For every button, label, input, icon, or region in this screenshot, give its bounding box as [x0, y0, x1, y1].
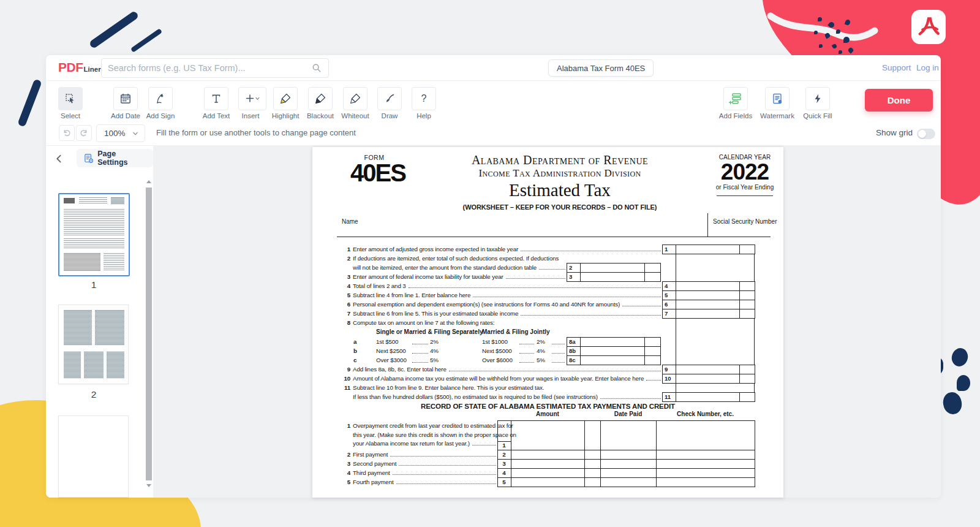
calendar-year-block: CALENDAR YEAR 2022 or Fiscal Year Ending [708, 154, 782, 196]
cents-field [739, 392, 755, 402]
draw-button[interactable] [377, 87, 402, 110]
table-line [755, 420, 755, 487]
show-grid-label: Show grid [876, 128, 913, 137]
insert-button[interactable] [238, 87, 266, 110]
page-2-thumbnail[interactable] [58, 305, 129, 384]
thumb-table-lines [64, 238, 124, 249]
quick-fill-button[interactable] [805, 87, 830, 110]
pdfliner-logo[interactable]: PDFLiner [58, 60, 101, 75]
select-icon [64, 93, 77, 105]
fiscal-year-label: or Fiscal Year Ending [708, 184, 782, 191]
dept-line-2: Income Tax Administration Division [394, 167, 725, 180]
dept-line-1: Alabama Department of Revenue [394, 153, 725, 167]
pdfliner-app-window: PDFLiner Alabama Tax Form 40ES Support L… [46, 55, 941, 498]
undo-button[interactable] [59, 125, 75, 141]
logo-liner-text: Liner [84, 66, 101, 73]
amount-field [580, 337, 645, 347]
whiteout-button[interactable] [343, 87, 368, 110]
record-box-number: 4 [497, 469, 511, 476]
search-form-container [101, 58, 329, 78]
page-2-label[interactable]: 2 [58, 389, 129, 400]
scroll-down-icon[interactable] [146, 484, 151, 487]
current-form-chip: Alabama Tax Form 40ES [548, 59, 654, 77]
amount-field [676, 300, 740, 309]
blackout-button[interactable] [308, 87, 333, 110]
search-icon[interactable] [311, 63, 322, 74]
calendar-year-value: 2022 [708, 161, 782, 184]
highlight-button[interactable] [273, 87, 298, 110]
line-number: 7 [341, 310, 350, 317]
cents-field [739, 281, 755, 291]
thumb-dense-column [107, 352, 124, 379]
page-settings-button[interactable]: Page Settings [77, 149, 153, 167]
whiteout-brush-icon [349, 93, 361, 105]
page-1-label[interactable]: 1 [58, 279, 129, 290]
acrobat-logo-tile [911, 10, 946, 44]
empty-span-box [676, 384, 755, 392]
draw-label: Draw [382, 112, 398, 119]
record-row-text: First payment [353, 451, 497, 458]
rate-amount: 1st $1000 [482, 338, 508, 345]
form-title: Estimated Tax [394, 180, 725, 200]
add-sign-label: Add Sign [146, 112, 175, 119]
scroll-up-icon[interactable] [146, 180, 151, 183]
scrollbar-thumb[interactable] [146, 188, 152, 480]
cents-field [739, 300, 755, 309]
rate-amount: Next $2500 [376, 347, 406, 354]
table-line [584, 420, 585, 487]
line-number: 8 [341, 319, 350, 326]
sidebar-scrollbar[interactable] [145, 178, 153, 490]
add-sign-button[interactable] [148, 87, 173, 110]
record-row-text: Second payment [353, 460, 497, 468]
rate-amount: Over $6000 [482, 357, 513, 363]
form-field-box: 7 [662, 309, 676, 319]
rate-percent: 5% [430, 357, 439, 363]
empty-span-box [676, 319, 755, 365]
done-button[interactable]: Done [865, 89, 933, 112]
show-grid-toggle[interactable] [917, 129, 935, 139]
insert-plus-icon [244, 93, 260, 105]
select-tool-label: Select [61, 112, 80, 119]
record-box-number: 3 [497, 460, 511, 467]
watermark-icon [771, 93, 783, 105]
redo-button[interactable] [76, 125, 92, 141]
collapse-sidebar-button[interactable] [51, 151, 67, 167]
form-field-box: 9 [662, 365, 676, 374]
help-button[interactable]: ? [412, 87, 436, 110]
record-row-number: 1 [341, 422, 350, 429]
add-date-label: Add Date [111, 112, 140, 119]
dot-leader [519, 362, 534, 363]
insert-label: Insert [242, 112, 260, 119]
thumb-year-block [111, 197, 124, 205]
rate-percent: 5% [537, 357, 545, 363]
page-1-thumbnail[interactable] [58, 193, 130, 276]
form-line: Subtract line 4 from line 1. Enter balan… [353, 292, 662, 299]
search-input[interactable] [108, 63, 311, 73]
form-field-box: 1 [662, 245, 676, 254]
table-line [497, 459, 755, 460]
page-3-thumbnail[interactable] [58, 415, 129, 498]
record-box-number: 2 [497, 451, 511, 458]
zoom-level-select[interactable]: 100% [96, 124, 145, 142]
line-number: 2 [341, 255, 350, 262]
cents-field [644, 355, 661, 365]
amount-field [676, 281, 740, 291]
add-date-button[interactable] [113, 87, 138, 110]
add-text-button[interactable] [204, 87, 228, 110]
cents-field [644, 346, 661, 356]
add-fields-button[interactable] [723, 87, 748, 110]
select-tool-button[interactable] [58, 87, 83, 110]
back-chevron-icon [55, 154, 63, 164]
rate-percent: 2% [537, 338, 545, 345]
login-link[interactable]: Log in [916, 63, 939, 72]
rate-amount: Over $3000 [376, 357, 407, 363]
form-field-box: 10 [662, 374, 676, 384]
support-link[interactable]: Support [882, 63, 911, 72]
record-row-text: your Alabama income tax return for last … [353, 440, 497, 447]
watermark-button[interactable] [765, 87, 790, 110]
form-subtitle: (WORKSHEET – KEEP FOR YOUR RECORDS – DO … [394, 203, 725, 211]
cents-field [644, 263, 661, 273]
form-line: Add lines 8a, 8b, 8c. Enter total here [353, 366, 662, 373]
line-number: 11 [341, 384, 350, 391]
form-line: If less than five hundred dollars ($500)… [353, 393, 662, 401]
